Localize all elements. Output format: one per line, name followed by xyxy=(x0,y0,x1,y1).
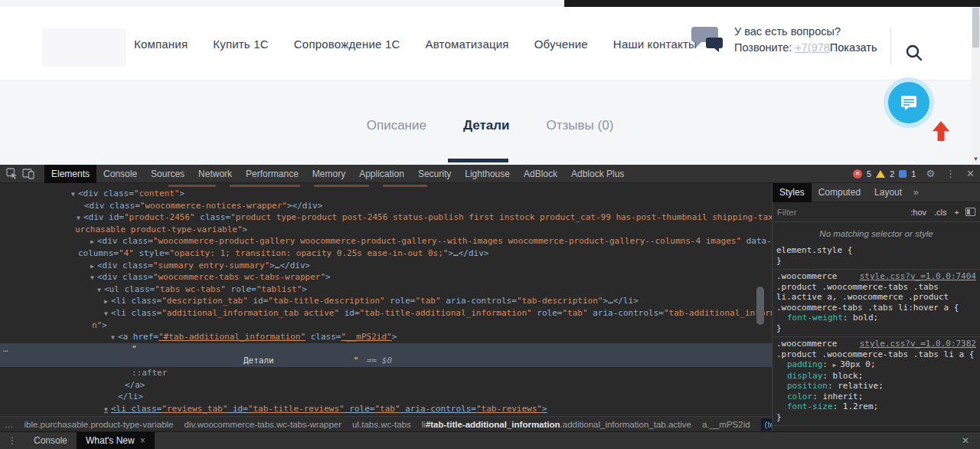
devtools-tab[interactable]: Sources xyxy=(144,165,191,183)
breadcrumb-item[interactable]: ul.tabs.wc-tabs xyxy=(352,420,411,429)
expand-arrow-icon[interactable]: ▼ xyxy=(77,212,83,224)
expand-arrow-icon[interactable]: ▼ xyxy=(71,188,78,201)
nav-item[interactable]: Компания xyxy=(134,38,188,51)
styles-filter-input[interactable] xyxy=(777,208,906,217)
css-property[interactable]: display: block; xyxy=(776,371,976,382)
page-scrollbar[interactable]: ▼ xyxy=(972,7,980,165)
dom-tree-row[interactable]: ▶<div class="woocommerce-product-gallery… xyxy=(0,235,772,247)
drawer-tab[interactable]: What's New× xyxy=(77,432,155,449)
devtools-tab[interactable]: Memory xyxy=(305,165,352,183)
sidebar-pane-icon[interactable] xyxy=(965,208,975,216)
devtools-tab[interactable]: Performance xyxy=(239,165,305,183)
expand-shorthand-icon[interactable]: ▶ xyxy=(833,362,841,369)
search-icon[interactable] xyxy=(903,42,925,64)
page-scrollbar-thumb[interactable] xyxy=(972,8,979,48)
devtools-tab[interactable]: Application xyxy=(352,165,411,183)
more-panes-icon[interactable]: » xyxy=(909,187,923,198)
warning-icon[interactable] xyxy=(876,170,885,178)
dom-tree-row[interactable]: ▼<li class="additional_information_tab a… xyxy=(0,307,772,320)
devtools-tab[interactable]: Network xyxy=(191,165,239,183)
nav-item[interactable]: Наши контакты xyxy=(613,38,697,51)
drawer-menu-icon[interactable]: ⋮ xyxy=(0,435,24,446)
css-property[interactable]: font-size: 1.2rem; xyxy=(776,401,976,412)
chat-fab-button[interactable] xyxy=(888,82,929,123)
styles-sidebar-tab[interactable]: Layout xyxy=(867,183,909,202)
inspect-element-icon[interactable] xyxy=(6,168,18,179)
dom-tree-row[interactable]: <div class="woocommerce-notices-wrapper"… xyxy=(0,200,772,212)
breadcrumb-item[interactable]: div.woocommerce-tabs.wc-tabs-wrapper xyxy=(184,420,341,429)
nav-item[interactable]: Купить 1С xyxy=(213,38,269,51)
css-rule[interactable]: .woocommercestyle.css?v_=1.0.0:7404.prod… xyxy=(773,270,980,337)
expand-arrow-icon[interactable]: ▶ xyxy=(90,236,97,248)
css-property[interactable]: font-weight: bold; xyxy=(776,313,976,323)
settings-gear-icon[interactable]: ⚙ xyxy=(920,168,940,179)
dom-tree-row[interactable]: …" xyxy=(0,343,772,356)
expand-arrow-icon[interactable]: ▼ xyxy=(104,404,111,416)
dom-scrollbar-thumb[interactable] xyxy=(756,287,764,325)
dom-tree-row[interactable]: urchasable product-type-variable"> xyxy=(0,224,772,236)
styles-control[interactable]: + xyxy=(951,208,963,217)
dom-tree-row[interactable]: ▼<div class="woocommerce-tabs wc-tabs-wr… xyxy=(0,271,772,283)
stylesheet-link[interactable]: style.css?v_=1.0.0:7404 xyxy=(860,271,976,282)
dom-tree-row[interactable]: columns="4" style="opacity: 1; transitio… xyxy=(0,247,772,260)
breadcrumb-item[interactable]: a.__mPS2id xyxy=(702,420,750,429)
styles-sidebar-tab[interactable]: Styles xyxy=(773,183,812,202)
expand-arrow-icon[interactable]: ▼ xyxy=(111,332,118,344)
stylesheet-link[interactable]: style.css?v_=1.0.0:7382 xyxy=(860,339,976,349)
expand-arrow-icon[interactable]: ▼ xyxy=(97,284,104,297)
site-logo[interactable] xyxy=(42,28,126,67)
devtools-tab[interactable]: Console xyxy=(96,165,144,183)
nav-item[interactable]: Обучение xyxy=(534,38,588,51)
styles-sidebar-tab[interactable]: Computed xyxy=(812,183,867,202)
expand-arrow-icon[interactable]: ▼ xyxy=(90,272,97,284)
styles-control[interactable]: :hov xyxy=(906,208,930,217)
tab-close-icon[interactable]: × xyxy=(140,435,145,446)
dom-tree-row[interactable]: ▶<div class="summary entry-summary">…</d… xyxy=(0,260,772,272)
css-property[interactable]: color: inherit; xyxy=(776,392,976,402)
css-rule[interactable]: .woocommercestyle.css?v_=1.0.0:7382.prod… xyxy=(773,337,980,426)
dom-tree-row[interactable]: ▼<li class="reviews_tab" id="tab-title-r… xyxy=(0,403,772,415)
scroll-to-top-arrow-icon[interactable] xyxy=(932,120,950,142)
product-tab[interactable]: Детали xyxy=(463,118,510,133)
expand-arrow-icon[interactable]: ▶ xyxy=(90,261,97,273)
devtools-tab[interactable]: Elements xyxy=(44,165,96,183)
dom-tree-row[interactable]: ▼<div class="content"> xyxy=(0,188,772,200)
drawer-close-icon[interactable]: ✕ xyxy=(951,435,980,446)
element-style-block[interactable]: element.style { } xyxy=(773,244,980,270)
devtools-close-icon[interactable]: ✕ xyxy=(961,168,980,179)
breadcrumb-item[interactable]: … xyxy=(5,420,14,429)
scrollbar-down-arrow-icon[interactable]: ▼ xyxy=(972,154,980,165)
dom-tree-row[interactable]: ▼<a href="#tab-additional_information" c… xyxy=(0,331,772,343)
breadcrumb-item[interactable]: li#tab-title-additional_information.addi… xyxy=(422,420,691,429)
product-tab[interactable]: Отзывы (0) xyxy=(547,118,614,133)
dom-tree-row[interactable]: ▶<li class="description_tab" id="tab-tit… xyxy=(0,295,772,307)
breadcrumb-item[interactable]: ible.purchasable.product-type-variable xyxy=(24,420,174,429)
styles-control[interactable]: .cls xyxy=(930,208,951,217)
devtools-tab[interactable]: Lighthouse xyxy=(458,165,517,183)
more-options-icon[interactable]: ⋮ xyxy=(940,168,961,179)
dom-tree-row[interactable]: n"> xyxy=(0,320,772,332)
css-property[interactable]: position: relative; xyxy=(776,381,976,392)
device-toolbar-icon[interactable] xyxy=(22,169,34,179)
product-tab[interactable]: Описание xyxy=(367,118,426,133)
show-phone-button[interactable]: Показать xyxy=(830,41,877,54)
dom-tree-row[interactable]: </li> xyxy=(0,391,772,403)
drawer-tab[interactable]: Console xyxy=(24,432,77,449)
nav-item[interactable]: Автоматизация xyxy=(425,38,508,51)
devtools-tab[interactable]: AdBlock xyxy=(517,165,564,183)
dom-tree-row[interactable]: </a> xyxy=(0,379,772,392)
dom-tree-row[interactable]: ▼<ul class="tabs wc-tabs" role="tablist"… xyxy=(0,283,772,296)
dom-tree-row[interactable]: ::after xyxy=(0,367,772,379)
devtools-tab[interactable]: Adblock Plus xyxy=(564,165,631,183)
error-icon[interactable]: ✕ xyxy=(853,169,862,179)
overflow-dots[interactable]: … xyxy=(3,343,8,356)
dom-tree-row[interactable]: Детали" == $0 xyxy=(0,355,772,367)
info-icon[interactable] xyxy=(899,170,906,178)
dom-tree-row[interactable]: ▼<div id="product-2456" class="product t… xyxy=(0,211,772,224)
css-property[interactable]: padding: ▶ 30px 0; xyxy=(776,359,976,371)
devtools-tab[interactable]: Security xyxy=(411,165,458,183)
nav-item[interactable]: Сопровождение 1С xyxy=(294,38,400,51)
breadcrumb-item[interactable]: (text) xyxy=(761,418,772,431)
expand-arrow-icon[interactable]: ▶ xyxy=(104,296,111,308)
expand-arrow-icon[interactable]: ▼ xyxy=(104,308,111,320)
